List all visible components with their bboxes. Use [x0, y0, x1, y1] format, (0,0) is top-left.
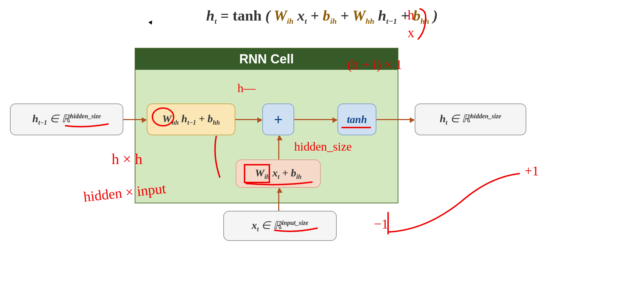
eq-wih: Wih — [274, 7, 293, 24]
add-node: + — [262, 103, 294, 135]
handwriting-h-brace: h — [408, 7, 414, 23]
handwriting-hi-x-1: (h + i) × 1 — [347, 57, 402, 72]
wih-block-text: Wih xt + bih — [255, 167, 301, 181]
eq-ht1: ht−1 — [378, 7, 397, 24]
whh-block-text: Whh ht−1 + bhh — [162, 113, 220, 126]
eq-xt: xt — [297, 7, 307, 24]
handwriting-plus1: +1 — [525, 163, 539, 179]
eq-plus1: + — [310, 7, 323, 24]
eq-whh: Whh — [352, 7, 374, 24]
add-symbol: + — [274, 111, 282, 129]
eq-equals: = — [220, 7, 233, 24]
eq-close: ) — [433, 7, 438, 24]
eq-bih: bih — [323, 7, 337, 24]
xt-text: xt ∈ ℝinput_size — [252, 219, 308, 233]
wih-block: Wih xt + bih — [236, 159, 321, 188]
ht-text: ht ∈ ℝhidden_size — [440, 112, 502, 126]
rnn-equation: ht = tanh ( Wih xt + bih + Whh ht−1 + bh… — [0, 7, 644, 26]
whh-block: Whh ht−1 + bhh — [147, 103, 235, 135]
handwriting-h-x-h: h × h — [112, 151, 142, 168]
ht-node: ht ∈ ℝhidden_size — [415, 103, 526, 135]
handwriting-x-brace: x — [408, 25, 414, 40]
tanh-text: tanh — [347, 113, 367, 125]
eq-open: ( — [265, 7, 270, 24]
eq-ht: ht — [206, 7, 217, 24]
diagram-canvas: ht = tanh ( Wih xt + bih + Whh ht−1 + bh… — [0, 0, 644, 282]
xt-node: xt ∈ ℝinput_size — [223, 211, 337, 241]
arrow-hprev-to-whh — [123, 119, 146, 120]
eq-bhh: bhh — [413, 7, 429, 24]
eq-plus2: + — [340, 7, 352, 24]
arrow-wih-to-add — [278, 136, 279, 159]
handwriting-minus1: −1 — [374, 216, 388, 232]
handwriting-h-dash: h— — [237, 81, 256, 95]
arrow-add-to-tanh — [294, 119, 337, 120]
tanh-node: tanh — [337, 103, 376, 135]
arrow-whh-to-add — [235, 119, 262, 120]
eq-tanh: tanh — [233, 7, 262, 24]
hprev-node: ht−1 ∈ ℝhidden_size — [10, 103, 123, 135]
hprev-text: ht−1 ∈ ℝhidden_size — [32, 112, 101, 126]
arrow-xt-to-wih — [278, 188, 279, 211]
handwriting-hidden-size: hidden_size — [294, 140, 352, 153]
arrow-tanh-to-ht — [376, 119, 414, 120]
